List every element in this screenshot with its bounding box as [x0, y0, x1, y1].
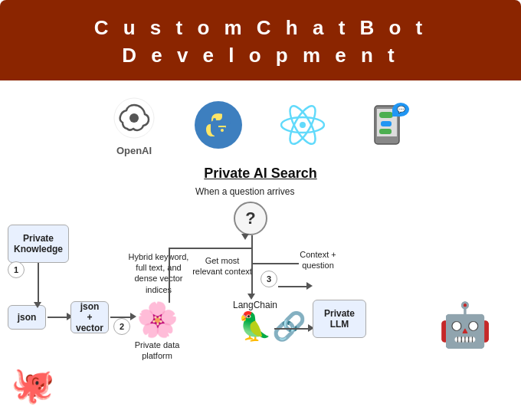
flower-icon: 🌸 [136, 300, 179, 340]
openai-label: OpenAI [116, 145, 152, 156]
robot-icon: 🤖 [438, 300, 492, 350]
header: C u s t o m C h a t B o t D e v e l o p … [0, 0, 521, 80]
svg-point-3 [221, 129, 224, 132]
python-icon [195, 101, 242, 149]
json-vector-box: json + vector [70, 301, 109, 333]
question-circle: ? [234, 202, 267, 235]
hybrid-label: Hybrid keyword, full text, and dense vec… [124, 251, 193, 295]
svg-rect-10 [379, 112, 393, 118]
openai-item: OpenAI [110, 94, 158, 156]
react-icon [279, 101, 326, 149]
svg-rect-12 [379, 129, 392, 134]
private-llm-box: Private LLM [313, 300, 366, 338]
chat-icon: 💬 [363, 101, 411, 149]
section-title: Private AI Search [204, 166, 316, 181]
svg-point-1 [129, 113, 139, 123]
openai-icon [113, 97, 155, 139]
question-arrives-label: When a question arrives [195, 186, 294, 199]
svg-rect-11 [381, 121, 392, 126]
get-context-label: Get most relevant context [192, 255, 253, 277]
step2-num: 2 [113, 318, 130, 335]
chat-item: 💬 [363, 101, 411, 149]
langchain-icon: 🦜🔗 [238, 310, 306, 343]
react-item [279, 101, 326, 149]
context-label: Context + question [291, 249, 345, 271]
private-knowledge-box: Private Knowledge [8, 225, 69, 263]
step1-num: 1 [8, 261, 25, 278]
step3-num: 3 [260, 271, 277, 287]
tech-icons-row: OpenAI [0, 80, 521, 164]
python-item [195, 101, 242, 149]
private-data-label: Private dataplatform [126, 340, 188, 362]
diagram-area: When a question arrives ? Private Knowle… [0, 186, 521, 416]
svg-point-7 [300, 122, 306, 128]
section-title-container: Private AI Search [0, 166, 521, 182]
blob-icon: 🐙 [11, 364, 54, 405]
header-title: C u s t o m C h a t B o t D e v e l o p … [15, 14, 506, 70]
json-box: json [8, 305, 46, 330]
